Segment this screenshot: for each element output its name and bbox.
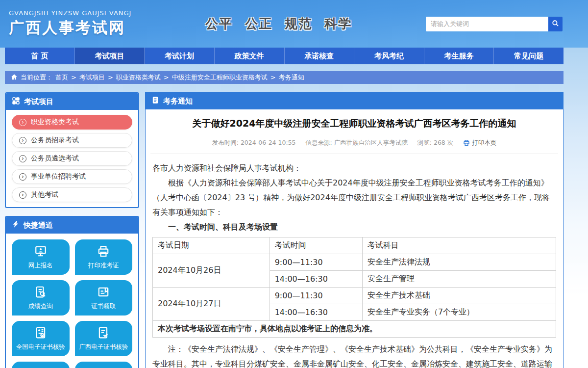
print-page-button[interactable]: 打印本页 bbox=[463, 139, 496, 146]
quick-button[interactable]: 网上报名 bbox=[12, 239, 70, 275]
venue-note-cell: 本次考试考场设置在南宁市，具体地点以准考证上的信息为准。 bbox=[153, 321, 556, 338]
monitor-user-icon bbox=[34, 245, 47, 259]
breadcrumb-item[interactable]: 首页 bbox=[55, 74, 68, 81]
section1-heading: 一、考试时间、科目及考场设置 bbox=[152, 220, 556, 235]
nav-item-7[interactable]: 常见问题 bbox=[494, 48, 564, 64]
printer-icon bbox=[97, 245, 110, 259]
breadcrumb-item[interactable]: 考试项目 bbox=[79, 74, 105, 81]
sidebar-item[interactable]: ›公务员遴选考试 bbox=[12, 151, 132, 166]
quick-button-label: 打印准考证 bbox=[88, 262, 119, 270]
nav-item-4[interactable]: 承诺核查 bbox=[285, 48, 355, 64]
nav-item-0[interactable]: 首 页 bbox=[5, 48, 75, 64]
note-paragraph: 注：《安全生产法律法规》、《安全生产管理》、《安全生产技术基础》为公共科目，《安… bbox=[152, 342, 556, 368]
article-meta: 发布时间: 2024-06-24 10:55 信息来源: 广西壮族自治区人事考试… bbox=[152, 139, 556, 147]
quick-button[interactable]: 广西电子证书核验 bbox=[75, 321, 133, 356]
site-title: 广西人事考试网 bbox=[9, 18, 131, 38]
sidebar-item[interactable]: ›公务员招录考试 bbox=[12, 133, 132, 148]
table-header-cell: 考试时间 bbox=[270, 237, 362, 254]
section-title: 考务通知 bbox=[163, 97, 193, 106]
sidebar-item[interactable]: ›职业资格类考试 bbox=[12, 115, 132, 130]
table-header-cell: 考试科目 bbox=[362, 237, 556, 254]
breadcrumb-path: 首页>考试项目>职业资格类考试>中级注册安全工程师职业资格考试>考务通知 bbox=[55, 73, 304, 82]
printer-icon bbox=[463, 139, 472, 146]
sidebar-item[interactable]: ›事业单位招聘考试 bbox=[12, 169, 132, 184]
content-panel: 考务通知 关于做好2024年度中级注册安全工程师职业资格考试广西考区考务工作的通… bbox=[145, 92, 564, 368]
exam-panel-header: 考试项目 bbox=[6, 93, 138, 110]
breadcrumb-item[interactable]: 职业资格类考试 bbox=[116, 74, 161, 81]
nav-item-3[interactable]: 政策文件 bbox=[215, 48, 285, 64]
sidebar-item-label: 职业资格类考试 bbox=[31, 118, 79, 127]
circle-arrow-icon: › bbox=[19, 155, 26, 162]
sidebar-item-label: 事业单位招聘考试 bbox=[31, 172, 86, 181]
exam-time-cell: 14:00—16:30 bbox=[270, 304, 362, 321]
site-banner: GVANGJSIH YINZSW GAUJSI VANGJ 广西人事考试网 公平… bbox=[0, 0, 588, 48]
breadcrumb-item[interactable]: 中级注册安全工程师职业资格考试 bbox=[172, 74, 268, 81]
nav-item-6[interactable]: 考生服务 bbox=[424, 48, 494, 64]
nav-item-2[interactable]: 考试计划 bbox=[145, 48, 215, 64]
sidebar: 考试项目 ›职业资格类考试›公务员招录考试›公务员遴选考试›事业单位招聘考试›其… bbox=[5, 92, 139, 368]
sidebar-item[interactable]: ›其他考试 bbox=[12, 187, 132, 202]
exam-time-cell: 14:00—16:30 bbox=[270, 271, 362, 288]
quick-button-stub[interactable] bbox=[75, 362, 133, 368]
breadcrumb: 当前位置： 首页>考试项目>职业资格类考试>中级注册安全工程师职业资格考试>考务… bbox=[5, 71, 564, 84]
view-count: 浏览: 268 次 bbox=[417, 139, 454, 146]
table-header-cell: 考试日期 bbox=[153, 237, 270, 254]
circle-arrow-icon: › bbox=[19, 191, 26, 199]
section-header: 考务通知 bbox=[146, 93, 563, 109]
quick-button-label: 广西电子证书核验 bbox=[79, 343, 128, 351]
doc-search-icon bbox=[34, 286, 47, 300]
quick-button[interactable]: 证书领取 bbox=[75, 280, 133, 315]
breadcrumb-item[interactable]: 考务通知 bbox=[279, 74, 304, 81]
nav-item-1[interactable]: 考试项目 bbox=[75, 48, 145, 64]
sidebar-item-label: 公务员遴选考试 bbox=[31, 154, 79, 163]
circle-arrow-icon: › bbox=[19, 173, 26, 181]
quick-button[interactable]: 打印准考证 bbox=[75, 239, 133, 275]
breadcrumb-separator: > bbox=[108, 74, 113, 81]
table-row: 2024年10月26日9:00—11:30安全生产法律法规 bbox=[153, 254, 556, 271]
exam-date-cell: 2024年10月27日 bbox=[153, 288, 270, 321]
id-card-check-icon bbox=[34, 326, 47, 341]
article: 关于做好2024年度中级注册安全工程师职业资格考试广西考区考务工作的通知 发布时… bbox=[146, 109, 563, 368]
certificate-icon bbox=[97, 286, 110, 300]
main-nav: 首 页考试项目考试计划政策文件承诺核查考风考纪考生服务常见问题 bbox=[5, 48, 564, 64]
nav-item-5[interactable]: 考风考纪 bbox=[354, 48, 424, 64]
breadcrumb-separator: > bbox=[71, 74, 76, 81]
quick-button[interactable]: 成绩查询 bbox=[12, 280, 70, 315]
table-header-row: 考试日期考试时间考试科目 bbox=[153, 237, 556, 254]
quick-panel-header: 快捷通道 bbox=[6, 217, 138, 234]
exam-subject-cell: 安全生产专业实务（7个专业） bbox=[362, 304, 556, 321]
search-button[interactable] bbox=[548, 17, 563, 31]
publish-time: 发布时间: 2024-06-24 10:55 bbox=[212, 139, 296, 146]
doc-check-icon bbox=[97, 326, 110, 341]
exam-schedule-table: 考试日期考试时间考试科目2024年10月26日9:00—11:30安全生产法律法… bbox=[152, 237, 556, 338]
exam-category-panel: 考试项目 ›职业资格类考试›公务员招录考试›公务员遴选考试›事业单位招聘考试›其… bbox=[5, 92, 139, 208]
quick-button-label: 网上报名 bbox=[28, 262, 53, 270]
exam-subject-cell: 安全生产管理 bbox=[362, 271, 556, 288]
search-icon bbox=[552, 20, 559, 28]
exam-category-list: ›职业资格类考试›公务员招录考试›公务员遴选考试›事业单位招聘考试›其他考试 bbox=[6, 110, 138, 207]
exam-date-cell: 2024年10月26日 bbox=[153, 254, 270, 288]
table-row: 2024年10月27日9:00—11:30安全生产技术基础 bbox=[153, 288, 556, 304]
info-source: 信息来源: 广西壮族自治区人事考试院 bbox=[306, 139, 408, 146]
exam-subject-cell: 安全生产技术基础 bbox=[362, 288, 556, 304]
grid-icon bbox=[12, 97, 20, 107]
search-input[interactable] bbox=[426, 17, 548, 31]
article-title: 关于做好2024年度中级注册安全工程师职业资格考试广西考区考务工作的通知 bbox=[152, 117, 556, 130]
circle-arrow-icon: › bbox=[19, 137, 26, 144]
quick-channel-grid: 网上报名打印准考证成绩查询证书领取全国电子证书核验广西电子证书核验 bbox=[6, 234, 138, 368]
salutation: 各市人力资源和社会保障局人事考试机构： bbox=[152, 161, 556, 176]
lightning-icon bbox=[12, 220, 20, 230]
home-icon bbox=[11, 74, 18, 82]
quick-button-stub[interactable] bbox=[12, 362, 70, 368]
circle-arrow-icon: › bbox=[19, 119, 26, 126]
quick-button[interactable]: 全国电子证书核验 bbox=[12, 321, 70, 356]
quick-button-label: 全国电子证书核验 bbox=[16, 343, 65, 351]
table-footer-row: 本次考试考场设置在南宁市，具体地点以准考证上的信息为准。 bbox=[153, 321, 556, 338]
sidebar-item-label: 公务员招录考试 bbox=[31, 136, 79, 145]
breadcrumb-separator: > bbox=[270, 74, 276, 81]
exam-subject-cell: 安全生产法律法规 bbox=[362, 254, 556, 271]
site-logo[interactable]: GVANGJSIH YINZSW GAUJSI VANGJ 广西人事考试网 bbox=[5, 9, 131, 38]
logo-subtitle: GVANGJSIH YINZSW GAUJSI VANGJ bbox=[9, 9, 131, 17]
site-slogan: 公平 公正 规范 科学 bbox=[131, 15, 426, 32]
document-icon bbox=[151, 96, 159, 106]
